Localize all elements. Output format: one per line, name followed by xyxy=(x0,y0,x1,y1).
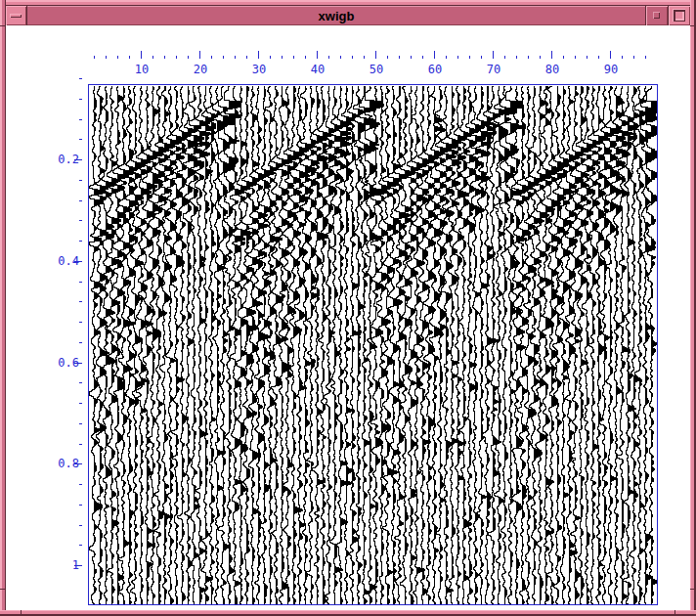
x-major-tick xyxy=(199,51,200,59)
y-minor-tick xyxy=(79,403,82,404)
frame-corner-seam xyxy=(674,610,675,616)
x-minor-tick xyxy=(633,56,634,59)
x-minor-tick xyxy=(411,56,412,59)
resize-border-right[interactable] xyxy=(690,0,696,616)
minimize-icon xyxy=(653,12,660,19)
x-minor-tick xyxy=(446,56,447,59)
x-major-tick xyxy=(141,51,142,59)
y-tick-label: 0.4 xyxy=(35,254,79,268)
plot-window-content: 1020304050607080900.20.40.60.81 xyxy=(6,25,690,610)
y-minor-tick xyxy=(79,139,82,140)
frame-corner-seam xyxy=(690,589,696,590)
frame-corner-seam xyxy=(21,610,22,616)
y-minor-tick xyxy=(79,220,82,221)
y-minor-tick xyxy=(79,322,82,323)
x-minor-tick xyxy=(293,56,294,59)
maximize-button[interactable] xyxy=(669,6,690,25)
xwigb-window: xwigb 1020304050607080900.20.40.60.81 xyxy=(0,0,696,616)
x-minor-tick xyxy=(587,56,587,59)
x-major-tick xyxy=(493,51,494,59)
window-menu-button[interactable] xyxy=(6,6,27,25)
x-minor-tick xyxy=(622,56,623,59)
x-major-tick xyxy=(317,51,318,59)
y-tick-label: 0.8 xyxy=(35,457,79,470)
y-minor-tick xyxy=(79,180,82,181)
x-major-tick xyxy=(551,51,552,59)
x-minor-tick xyxy=(598,56,599,59)
x-minor-tick xyxy=(223,56,224,59)
x-minor-tick xyxy=(645,56,646,59)
y-minor-tick xyxy=(79,241,82,242)
y-minor-tick xyxy=(79,382,82,383)
x-minor-tick xyxy=(481,56,482,59)
window-menu-dash-icon xyxy=(10,14,22,18)
y-minor-tick xyxy=(79,342,82,343)
x-minor-tick xyxy=(563,56,564,59)
y-tick-label: 0.6 xyxy=(35,356,79,370)
x-minor-tick xyxy=(270,56,271,59)
x-major-tick xyxy=(375,51,376,59)
y-minor-tick xyxy=(79,78,82,79)
x-tick-label: 70 xyxy=(479,63,508,76)
x-minor-tick xyxy=(117,56,118,59)
y-minor-tick xyxy=(79,525,82,526)
y-tick-label: 0.2 xyxy=(35,153,79,166)
x-minor-tick xyxy=(399,56,400,59)
y-minor-tick xyxy=(79,444,82,445)
x-major-tick xyxy=(258,51,259,59)
resize-border-bottom[interactable] xyxy=(0,610,696,616)
maximize-icon xyxy=(673,9,685,22)
titlebar-drag-area[interactable]: xwigb xyxy=(27,6,646,25)
x-tick-label: 80 xyxy=(538,63,567,76)
x-minor-tick xyxy=(364,56,365,59)
x-minor-tick xyxy=(328,56,329,59)
x-tick-label: 20 xyxy=(186,63,215,76)
y-minor-tick xyxy=(79,99,82,100)
x-minor-tick xyxy=(106,56,107,59)
x-minor-tick xyxy=(246,56,247,59)
x-tick-label: 50 xyxy=(362,63,391,76)
x-tick-label: 90 xyxy=(596,63,626,76)
minimize-button[interactable] xyxy=(646,6,669,25)
y-minor-tick xyxy=(79,301,82,302)
y-minor-tick xyxy=(79,505,82,506)
x-minor-tick xyxy=(164,56,165,59)
x-minor-tick xyxy=(528,56,529,59)
y-minor-tick xyxy=(79,423,82,424)
x-minor-tick xyxy=(176,56,177,59)
x-minor-tick xyxy=(211,56,212,59)
y-tick-label: 1 xyxy=(35,558,79,572)
x-minor-tick xyxy=(422,56,423,59)
x-minor-tick xyxy=(305,56,306,59)
x-minor-tick xyxy=(457,56,458,59)
x-tick-label: 10 xyxy=(127,63,156,76)
titlebar[interactable]: xwigb xyxy=(6,6,690,25)
x-minor-tick xyxy=(188,56,189,59)
y-minor-tick xyxy=(79,282,82,283)
x-minor-tick xyxy=(282,56,283,59)
x-minor-tick xyxy=(94,56,95,59)
x-minor-tick xyxy=(469,56,470,59)
x-tick-label: 30 xyxy=(244,63,274,76)
x-major-tick xyxy=(610,51,611,59)
x-minor-tick xyxy=(352,56,353,59)
x-minor-tick xyxy=(152,56,153,59)
y-minor-tick xyxy=(79,545,82,546)
x-minor-tick xyxy=(575,56,576,59)
x-minor-tick xyxy=(235,56,236,59)
y-minor-tick xyxy=(79,484,82,485)
x-minor-tick xyxy=(516,56,517,59)
seismic-wiggle-canvas[interactable] xyxy=(89,85,657,604)
x-minor-tick xyxy=(129,56,130,59)
x-tick-label: 60 xyxy=(420,63,450,76)
x-minor-tick xyxy=(540,56,541,59)
y-minor-tick xyxy=(79,200,82,201)
x-tick-label: 40 xyxy=(303,63,332,76)
x-minor-tick xyxy=(387,56,388,59)
y-minor-tick xyxy=(79,119,82,120)
x-minor-tick xyxy=(504,56,505,59)
x-minor-tick xyxy=(340,56,341,59)
window-title: xwigb xyxy=(319,9,355,23)
x-major-tick xyxy=(434,51,435,59)
frame-corner-seam xyxy=(690,25,696,26)
